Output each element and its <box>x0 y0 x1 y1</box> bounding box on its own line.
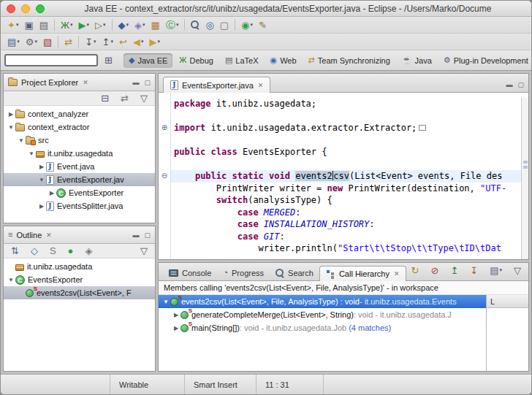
collapse-arrow-icon[interactable]: ▼ <box>37 177 46 183</box>
maximize-panel-icon[interactable]: ▢ <box>517 81 524 88</box>
last-edit-location-icon[interactable]: ↩ <box>116 34 130 49</box>
show-caller-hierarchy-icon[interactable]: ↥ <box>447 263 461 277</box>
fold-collapse-icon[interactable]: ⊖ <box>159 170 170 183</box>
code-line[interactable]: case INSTALLATION_HISTORY: <box>170 218 521 231</box>
expand-arrow-icon[interactable]: ▶ <box>7 111 15 118</box>
new-package-icon[interactable]: ▦ <box>148 18 163 32</box>
new-java-ee-project-icon[interactable]: ◆▾ <box>115 18 132 32</box>
hide-local-types-icon[interactable]: ◈ <box>82 244 95 258</box>
expand-arrow-icon[interactable]: ▶ <box>172 312 180 318</box>
close-window-button[interactable] <box>7 4 15 13</box>
titlebar[interactable]: Java EE - context_extractor/src/it/unibz… <box>1 1 531 17</box>
new-latex-document-icon[interactable]: ▤▾ <box>4 34 23 49</box>
tree-item-it-unibz-usagedata[interactable]: it.unibz.usagedata <box>4 260 155 273</box>
expand-arrow-icon[interactable]: ▶ <box>172 325 180 331</box>
perspective-java-ee[interactable]: ◆Java EE <box>123 53 172 68</box>
close-icon[interactable]: ✕ <box>394 270 400 277</box>
collapse-arrow-icon[interactable]: ▼ <box>17 137 26 144</box>
minimize-window-button[interactable] <box>21 4 30 13</box>
code-line[interactable] <box>170 134 521 147</box>
collapse-all-icon[interactable]: ⊟ <box>98 91 112 106</box>
collapse-arrow-icon[interactable]: ▼ <box>162 299 170 305</box>
call-hierarchy-item-main[interactable]: ▶Smain(String[]) : void - it.unibz.usage… <box>159 321 486 334</box>
view-menu-icon[interactable]: ▽ <box>137 91 151 106</box>
build-latex-icon[interactable]: ⚙▾ <box>23 34 40 49</box>
minimize-panel-icon[interactable]: ▬ <box>506 81 512 88</box>
code-editor[interactable]: ⊕⊖ package it.unibz.usagedata;import it.… <box>159 93 528 259</box>
call-hierarchy-item-generatecompletemerge[interactable]: ▶SgenerateCompleteMerge(List<Event>, Str… <box>159 308 486 321</box>
collapse-arrow-icon[interactable]: ▼ <box>7 277 15 283</box>
overview-ruler[interactable] <box>521 98 528 259</box>
new-snippet-icon[interactable]: ✎ <box>256 18 270 32</box>
tab-search[interactable]: Search <box>270 265 319 280</box>
link-with-editor-icon[interactable]: ⇄ <box>118 91 132 106</box>
tree-item-eventsexporter[interactable]: ▼CEventsExporter <box>4 273 155 286</box>
perspective-plug-in-development[interactable]: ⚙Plug-in Development <box>438 53 532 68</box>
code-line[interactable]: writer.println("Start\t\tStop\t\tType\tI… <box>170 242 521 255</box>
minimize-panel-icon[interactable]: ▬ <box>132 79 139 86</box>
maximize-panel-icon[interactable]: ▢ <box>144 231 151 239</box>
view-pdf-icon[interactable]: ▧ <box>40 34 55 49</box>
occurrence-marker[interactable] <box>523 161 528 164</box>
fold-expand-icon[interactable]: ⊕ <box>159 122 170 134</box>
code-line[interactable]: public class EventsExporter { <box>170 146 521 158</box>
zoom-window-button[interactable] <box>36 4 45 13</box>
code-line[interactable]: import it.unibz.usagedata.extractor.Extr… <box>170 122 521 134</box>
forward-icon[interactable]: ▶▾ <box>146 34 163 49</box>
new-class-icon[interactable]: Ⓒ▾ <box>163 18 182 32</box>
folded-region-indicator[interactable] <box>419 125 426 131</box>
print-icon[interactable]: ▤ <box>37 18 51 32</box>
view-menu-icon[interactable]: ▽ <box>137 244 151 258</box>
code-line[interactable] <box>170 110 521 123</box>
history-list-icon[interactable]: ▤▾ <box>487 263 505 277</box>
tree-item-event-java[interactable]: ▶JEvent.java <box>4 160 155 173</box>
next-annotation-icon[interactable]: ↧▾ <box>82 34 99 49</box>
code-line[interactable]: case MERGED: <box>170 207 521 219</box>
tab-progress[interactable]: ◔Progress <box>217 265 270 280</box>
new-servlet-icon[interactable]: ◈▾ <box>132 18 148 32</box>
code-line[interactable]: PrintWriter writer = new PrintWriter(des… <box>170 183 521 195</box>
sort-icon[interactable]: ⇅ <box>8 244 22 258</box>
close-icon[interactable]: ✕ <box>46 231 52 239</box>
view-menu-icon[interactable]: ▽ <box>511 263 524 277</box>
code-line[interactable]: switch(analysisType) { <box>170 194 521 207</box>
expand-arrow-icon[interactable]: ▶ <box>48 190 56 196</box>
line-column-header[interactable]: L <box>487 295 528 308</box>
java-search-icon[interactable] <box>188 18 202 32</box>
refresh-view-icon[interactable]: ↻ <box>408 263 422 277</box>
perspective-debug[interactable]: ЖDebug <box>174 53 218 68</box>
new-wizard-icon[interactable]: ✦▾ <box>4 18 21 32</box>
close-icon[interactable]: ✕ <box>258 82 264 89</box>
tree-item-eventssplitter-java[interactable]: ▶JEventsSplitter.java <box>4 199 155 212</box>
tree-item-it-unibz-usagedata[interactable]: ▼it.unibz.usagedata <box>4 147 155 160</box>
perspective-web[interactable]: ◉Web <box>265 53 302 68</box>
open-type-icon[interactable]: ◎ <box>202 18 216 32</box>
code-line[interactable] <box>170 158 521 171</box>
run-external-tools-icon[interactable]: ▷▾ <box>92 18 109 32</box>
debug-icon[interactable]: Ж▾ <box>58 18 76 32</box>
expand-arrow-icon[interactable]: ▶ <box>37 164 46 170</box>
hide-non-public-members-icon[interactable]: ● <box>65 244 77 258</box>
coverage-icon[interactable]: ◉▾ <box>238 18 256 32</box>
toolbar-search-input[interactable] <box>4 54 98 66</box>
open-perspective-button[interactable]: ⊞ <box>102 55 115 65</box>
perspective-team-synchronizing[interactable]: ⇄Team Synchronizing <box>303 53 395 68</box>
perspective-java[interactable]: ☕Java <box>397 53 437 68</box>
collapse-arrow-icon[interactable]: ▼ <box>27 150 36 157</box>
open-resource-icon[interactable]: ▢ <box>217 18 232 32</box>
tree-item-src[interactable]: ▼src <box>4 134 155 147</box>
tree-item-events2csv-list-event-f[interactable]: Sevents2csv(List<Event>, F <box>4 286 155 299</box>
tree-item-context-extractor[interactable]: ▼context_extractor <box>4 120 155 134</box>
tree-item-eventsexporter-jav[interactable]: ▼JEventsExporter.jav <box>4 173 155 186</box>
editor-tab-eventsexporter-java[interactable]: J EventsExporter.java ✕ <box>163 77 270 93</box>
show-callee-hierarchy-icon[interactable]: ↧ <box>467 263 481 277</box>
code-line[interactable]: package it.unibz.usagedata; <box>170 98 521 110</box>
hide-fields-icon[interactable]: ◇ <box>28 244 41 258</box>
perspective-latex[interactable]: ▤LaTeX <box>220 53 264 68</box>
close-icon[interactable]: ✕ <box>83 79 88 86</box>
hide-static-members-icon[interactable]: S <box>47 244 59 258</box>
tree-item-eventsexporter[interactable]: ▶CEventsExporter <box>4 186 155 199</box>
tree-item-context-analyzer[interactable]: ▶context_analyzer <box>4 107 155 120</box>
expand-arrow-icon[interactable]: ▶ <box>37 203 46 210</box>
collapse-arrow-icon[interactable]: ▼ <box>7 124 15 131</box>
